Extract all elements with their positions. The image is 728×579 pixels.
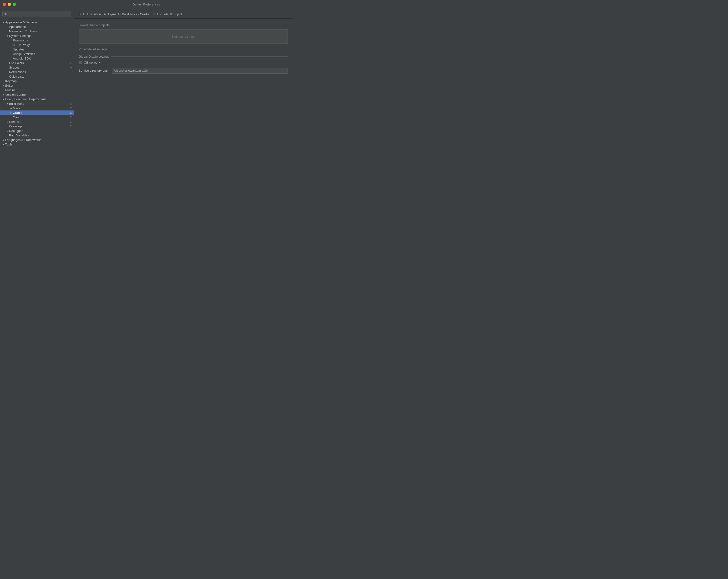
minimize-button[interactable]: [8, 3, 11, 6]
settings-icon: ⊞: [70, 116, 72, 119]
section-divider: [111, 25, 288, 25]
service-dir-row: Service directory path:: [79, 67, 288, 74]
arrow-icon: ▶: [6, 130, 9, 132]
sidebar-item-scopes[interactable]: Scopes ⊞: [0, 65, 74, 70]
sidebar-item-label: System Settings: [9, 34, 74, 37]
sidebar-item-android-sdk[interactable]: Android SDK: [0, 56, 74, 61]
sidebar-item-label: Keymap: [5, 79, 74, 83]
sidebar-item-coverage[interactable]: Coverage ⊞: [0, 124, 74, 129]
breadcrumb-project-label: For default project: [157, 12, 182, 16]
settings-icon: ⊞: [70, 66, 72, 69]
sidebar-item-plugins[interactable]: Plugins: [0, 88, 74, 92]
maximize-button[interactable]: [13, 3, 16, 6]
sidebar-item-label: Path Variables: [9, 134, 74, 137]
sidebar-item-label: Editor: [5, 84, 74, 87]
sidebar-item-http-proxy[interactable]: HTTP Proxy: [0, 43, 74, 47]
sidebar-item-label: Appearance: [9, 25, 74, 29]
sidebar-item-gant[interactable]: Gant ⊞: [0, 115, 74, 119]
sidebar-item-version-control[interactable]: ▶ Version Control: [0, 92, 74, 97]
sidebar-item-usage-statistics[interactable]: Usage Statistics: [0, 52, 74, 56]
window-controls: [3, 3, 16, 6]
sidebar-item-maven[interactable]: ▶ Maven ⊞: [0, 106, 74, 110]
sidebar-item-label: Build Tools: [9, 102, 70, 106]
sidebar-item-editor[interactable]: ▶ Editor: [0, 83, 74, 88]
breadcrumb-sep1: ›: [120, 12, 121, 16]
arrow-icon: ▶: [2, 139, 5, 141]
sidebar-item-label: Maven: [13, 106, 70, 110]
arrow-icon: ▶: [9, 107, 13, 110]
sidebar-item-gradle[interactable]: ▶ Gradle ⊞: [0, 110, 74, 115]
sidebar-item-file-colors[interactable]: File Colors ⊞: [0, 61, 74, 65]
sidebar-item-label: Scopes: [9, 66, 70, 69]
sidebar-item-keymap[interactable]: Keymap: [0, 79, 74, 83]
sidebar-item-appearance[interactable]: Appearance: [0, 25, 74, 29]
settings-icon: ⊞: [70, 61, 72, 64]
sidebar-item-build-tools[interactable]: ▼ Build Tools ⊞: [0, 102, 74, 106]
sidebar: 🔍 ▼ Appearance & Behavior Appearance Men…: [0, 9, 74, 186]
sidebar-item-build-exec-deploy[interactable]: ▼ Build, Execution, Deployment: [0, 97, 74, 102]
sidebar-item-label: Gant: [13, 115, 70, 119]
sidebar-item-tools[interactable]: ▶ Tools: [0, 142, 74, 147]
sidebar-item-label: Debugger: [9, 129, 74, 133]
settings-icon: ⊞: [70, 102, 72, 105]
sidebar-item-system-settings[interactable]: ▼ System Settings: [0, 33, 74, 38]
sidebar-item-updates[interactable]: Updates: [0, 47, 74, 52]
main-container: 🔍 ▼ Appearance & Behavior Appearance Men…: [0, 9, 292, 186]
sidebar-item-path-variables[interactable]: Path Variables: [0, 133, 74, 138]
service-dir-input[interactable]: [112, 67, 288, 74]
linked-projects-title: Linked Gradle projects: [79, 23, 110, 27]
sidebar-item-notifications[interactable]: Notifications: [0, 70, 74, 74]
settings-icon: ⊞: [70, 107, 72, 110]
breadcrumb-sep2: ›: [138, 12, 139, 16]
offline-work-row: Offline work: [79, 61, 288, 64]
sidebar-item-label: HTTP Proxy: [13, 43, 74, 47]
offline-work-label: Offline work: [84, 61, 100, 64]
sidebar-item-label: Compiler: [9, 120, 70, 123]
project-level-title: Project-level settings: [79, 47, 107, 51]
service-dir-label: Service directory path:: [79, 69, 109, 72]
sidebar-item-debugger[interactable]: ▶ Debugger: [0, 129, 74, 133]
global-gradle-settings: Offline work Service directory path:: [79, 61, 288, 74]
search-container: 🔍: [0, 9, 74, 19]
title-bar: Default Preferences: [0, 0, 292, 9]
arrow-icon: ▶: [2, 93, 5, 96]
sidebar-item-label: Version Control: [5, 93, 74, 96]
global-gradle-title: Global Gradle settings: [79, 55, 109, 58]
sidebar-item-appearance-behavior[interactable]: ▼ Appearance & Behavior: [0, 20, 74, 25]
linked-projects-header: Linked Gradle projects: [79, 23, 288, 27]
sidebar-item-label: Quick Lists: [9, 75, 74, 78]
project-level-header: Project-level settings: [79, 47, 288, 51]
sidebar-item-languages-frameworks[interactable]: ▶ Languages & Frameworks: [0, 138, 74, 142]
sidebar-item-label: File Colors: [9, 61, 70, 65]
settings-icon: ⊞: [70, 111, 72, 114]
arrow-icon: ▼: [2, 21, 5, 24]
breadcrumb-part3: Gradle: [140, 12, 149, 16]
sidebar-item-label: Plugins: [5, 88, 74, 92]
sidebar-item-label: Build, Execution, Deployment: [5, 98, 74, 101]
sidebar-tree: ▼ Appearance & Behavior Appearance Menus…: [0, 19, 74, 147]
window-title: Default Preferences: [133, 3, 160, 6]
sidebar-item-label: Coverage: [9, 125, 70, 128]
sidebar-item-label: Notifications: [9, 70, 74, 74]
sidebar-item-quick-lists[interactable]: Quick Lists: [0, 74, 74, 79]
sidebar-item-passwords[interactable]: Passwords: [0, 38, 74, 43]
linked-projects-empty: Nothing to show: [172, 35, 194, 38]
sidebar-item-label: Appearance & Behavior: [5, 21, 74, 24]
sidebar-item-menus-toolbars[interactable]: Menus and Toolbars: [0, 29, 74, 33]
arrow-icon: ▼: [2, 98, 5, 101]
content-body: Linked Gradle projects Nothing to show P…: [74, 19, 292, 79]
breadcrumb-part1: Build, Execution, Deployment: [79, 12, 119, 16]
section-divider: [109, 49, 288, 49]
offline-work-checkbox[interactable]: [79, 61, 82, 64]
sidebar-item-label: Updates: [13, 48, 74, 51]
sidebar-item-compiler[interactable]: ▶ Compiler ⊞: [0, 119, 74, 124]
sidebar-item-label: Android SDK: [13, 57, 74, 60]
close-button[interactable]: [3, 3, 6, 6]
sidebar-item-label: Menus and Toolbars: [9, 29, 74, 33]
settings-icon: ⊞: [70, 120, 72, 123]
sidebar-item-label: Usage Statistics: [13, 52, 74, 56]
linked-projects-box: Nothing to show: [79, 29, 288, 44]
content-panel: Build, Execution, Deployment › Build Too…: [74, 9, 292, 186]
breadcrumb-part2: Build Tools: [122, 12, 137, 16]
search-input[interactable]: [2, 11, 71, 17]
